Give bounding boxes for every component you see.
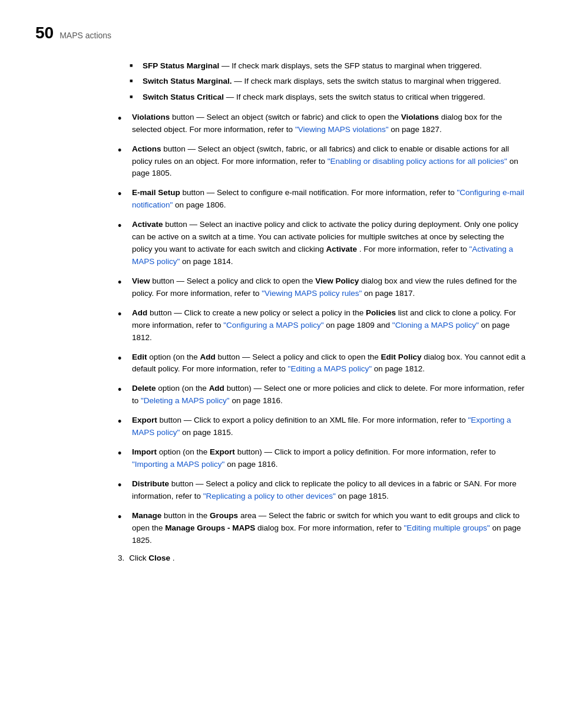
square-bullet-icon-2: ■ xyxy=(130,77,138,87)
switch-marginal-label: Switch Status Marginal. xyxy=(143,77,232,85)
bullet-icon-edit: • xyxy=(118,353,128,376)
bullet-icon-export: • xyxy=(118,416,128,439)
editing-link[interactable]: "Editing a MAPS policy" xyxy=(288,364,372,373)
edit-label: Edit xyxy=(132,353,147,361)
switch-critical-label: Switch Status Critical xyxy=(143,93,224,101)
view-link[interactable]: "Viewing MAPS policy rules" xyxy=(262,289,362,298)
bullet-icon-violations: • xyxy=(118,113,128,136)
step-3: 3. Click Close . xyxy=(118,554,527,562)
list-item-add: • Add button — Click to create a new pol… xyxy=(118,307,527,344)
square-bullet-icon: ■ xyxy=(130,62,138,72)
importing-link[interactable]: "Importing a MAPS policy" xyxy=(132,460,224,469)
activate-text: Activate button — Select an inactive pol… xyxy=(132,219,527,268)
bullet-icon-import: • xyxy=(118,447,128,471)
activate-label2: Activate xyxy=(326,245,357,253)
view-policy-label: View Policy xyxy=(315,276,359,285)
add-label-ref: Add xyxy=(200,353,216,361)
manage-groups-label: Manage Groups - MAPS xyxy=(165,523,255,532)
list-item-violations: • Violations button — Select an object (… xyxy=(118,111,527,136)
sub-bullet-switch-critical-text: Switch Status Critical — If check mark d… xyxy=(143,91,485,103)
bullet-icon-add: • xyxy=(118,308,128,344)
sfp-label: SFP Status Marginal xyxy=(143,61,219,70)
bullet-icon-distribute: • xyxy=(118,479,128,503)
add-label-delete-ref: Add xyxy=(209,384,224,393)
content-area: ■ SFP Status Marginal — If check mark di… xyxy=(118,60,527,562)
editing-groups-link[interactable]: "Editing multiple groups" xyxy=(404,523,490,532)
view-text: View button — Select a policy and click … xyxy=(132,275,527,300)
export-label-ref: Export xyxy=(210,447,235,456)
add-label: Add xyxy=(132,308,147,317)
export-text: Export button — Click to export a policy… xyxy=(132,414,527,439)
list-item-view: • View button — Select a policy and clic… xyxy=(118,275,527,300)
close-label: Close xyxy=(148,554,170,562)
list-item-activate: • Activate button — Select an inactive p… xyxy=(118,219,527,268)
sub-bullet-list: ■ SFP Status Marginal — If check mark di… xyxy=(130,60,527,103)
step-3-text: Click Close . xyxy=(129,554,174,562)
switch-critical-desc: — If check mark displays, sets the switc… xyxy=(226,93,485,101)
list-item-email: • E-mail Setup button — Select to config… xyxy=(118,187,527,212)
page-header: 50 MAPS actions xyxy=(35,24,527,42)
view-label: View xyxy=(132,276,150,285)
bullet-icon-email: • xyxy=(118,188,128,212)
import-label: Import xyxy=(132,447,157,456)
manage-label: Manage xyxy=(132,511,161,520)
activate-label: Activate xyxy=(132,220,163,229)
violations-text: Violations button — Select an object (sw… xyxy=(132,111,527,136)
bullet-icon-view: • xyxy=(118,276,128,300)
bullet-icon-manage: • xyxy=(118,511,128,547)
replicating-link[interactable]: "Replicating a policy to other devices" xyxy=(203,492,336,500)
page-title: MAPS actions xyxy=(59,31,111,40)
sfp-desc: — If check mark displays, sets the SFP s… xyxy=(222,61,482,70)
edit-text: Edit option (on the Add button — Select … xyxy=(132,351,527,376)
violations-link[interactable]: "Viewing MAPS violations" xyxy=(295,125,389,134)
import-text: Import option (on the Export button) — C… xyxy=(132,446,527,471)
export-label: Export xyxy=(132,416,157,424)
list-item-export: • Export button — Click to export a poli… xyxy=(118,414,527,439)
bullet-icon-actions: • xyxy=(118,144,128,180)
sub-bullet-switch-marginal: ■ Switch Status Marginal. — If check mar… xyxy=(130,75,527,87)
distribute-text: Distribute button — Select a policy and … xyxy=(132,478,527,503)
configuring-link[interactable]: "Configuring a MAPS policy" xyxy=(223,321,323,330)
bullet-icon-delete: • xyxy=(118,384,128,407)
list-item-distribute: • Distribute button — Select a policy an… xyxy=(118,478,527,503)
actions-label: Actions xyxy=(132,144,161,153)
groups-label: Groups xyxy=(210,511,238,520)
delete-text: Delete option (on the Add button) — Sele… xyxy=(132,383,527,407)
list-item-actions: • Actions button — Select an object (swi… xyxy=(118,143,527,180)
email-text: E-mail Setup button — Select to configur… xyxy=(132,187,527,212)
list-item-import: • Import option (on the Export button) —… xyxy=(118,446,527,471)
bullet-icon-activate: • xyxy=(118,220,128,268)
violations-label2: Violations xyxy=(401,113,439,121)
sub-bullet-sfp: ■ SFP Status Marginal — If check mark di… xyxy=(130,60,527,72)
sub-bullet-switch-marginal-text: Switch Status Marginal. — If check mark … xyxy=(143,75,501,87)
violations-label: Violations xyxy=(132,113,170,121)
actions-text: Actions button — Select an object (switc… xyxy=(132,143,527,180)
main-bullet-list: • Violations button — Select an object (… xyxy=(118,111,527,547)
email-label: E-mail Setup xyxy=(132,188,180,197)
delete-label: Delete xyxy=(132,384,156,393)
edit-policy-label: Edit Policy xyxy=(381,353,422,361)
policies-label: Policies xyxy=(366,308,396,317)
distribute-label: Distribute xyxy=(132,479,169,488)
page-number: 50 xyxy=(35,24,54,42)
manage-text: Manage button in the Groups area — Selec… xyxy=(132,510,527,547)
actions-link[interactable]: "Enabling or disabling policy actions fo… xyxy=(328,157,507,166)
deleting-link[interactable]: "Deleting a MAPS policy" xyxy=(141,396,230,405)
step-number: 3. xyxy=(118,554,124,562)
list-item-delete: • Delete option (on the Add button) — Se… xyxy=(118,383,527,407)
cloning-link[interactable]: "Cloning a MAPS policy" xyxy=(392,321,479,330)
sub-bullet-switch-critical: ■ Switch Status Critical — If check mark… xyxy=(130,91,527,103)
sub-bullet-sfp-text: SFP Status Marginal — If check mark disp… xyxy=(143,60,482,72)
switch-marginal-desc: — If check mark displays, sets the switc… xyxy=(234,77,501,85)
list-item-manage: • Manage button in the Groups area — Sel… xyxy=(118,510,527,547)
list-item-edit: • Edit option (on the Add button — Selec… xyxy=(118,351,527,376)
add-text: Add button — Click to create a new polic… xyxy=(132,307,527,344)
square-bullet-icon-3: ■ xyxy=(130,93,138,103)
page: 50 MAPS actions ■ SFP Status Marginal — … xyxy=(0,0,562,586)
